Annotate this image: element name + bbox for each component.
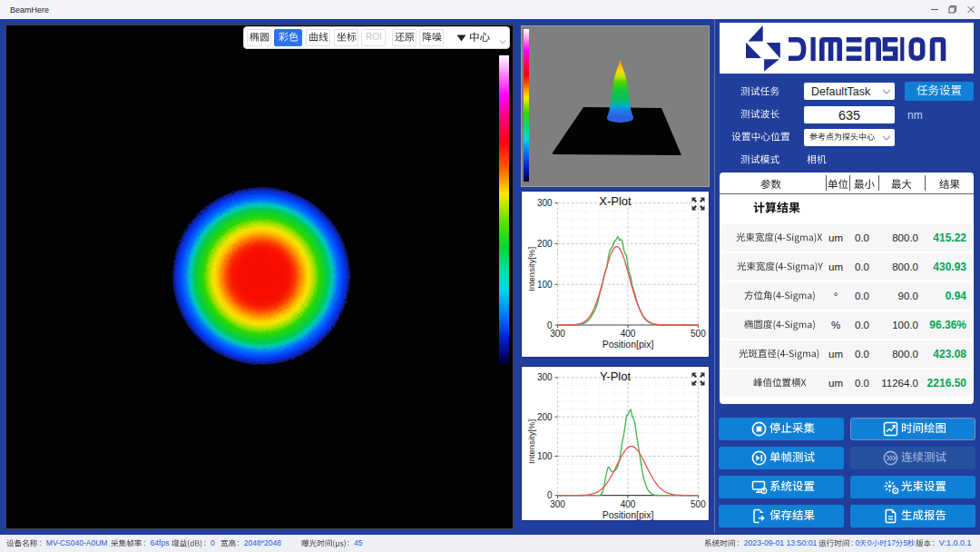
svg-text:300: 300 <box>550 329 565 339</box>
svg-text:X-Plot: X-Plot <box>599 194 632 208</box>
svg-text:200: 200 <box>537 239 553 249</box>
svg-text:200: 200 <box>537 412 553 422</box>
svg-text:100: 100 <box>537 280 553 290</box>
svg-text:Position[pix]: Position[pix] <box>603 509 654 520</box>
svg-text:Intensity[%]: Intensity[%] <box>526 419 536 464</box>
svg-text:300: 300 <box>537 198 553 208</box>
svg-text:300: 300 <box>550 499 565 509</box>
svg-text:Y-Plot: Y-Plot <box>600 370 632 383</box>
svg-text:400: 400 <box>621 329 636 339</box>
svg-text:Position[pix]: Position[pix] <box>603 339 654 350</box>
svg-text:100: 100 <box>537 451 553 461</box>
svg-text:400: 400 <box>621 499 636 509</box>
svg-text:Intensity[%]: Intensity[%] <box>526 247 536 291</box>
svg-text:500: 500 <box>691 329 706 339</box>
svg-text:500: 500 <box>691 499 706 509</box>
svg-text:300: 300 <box>537 372 553 382</box>
